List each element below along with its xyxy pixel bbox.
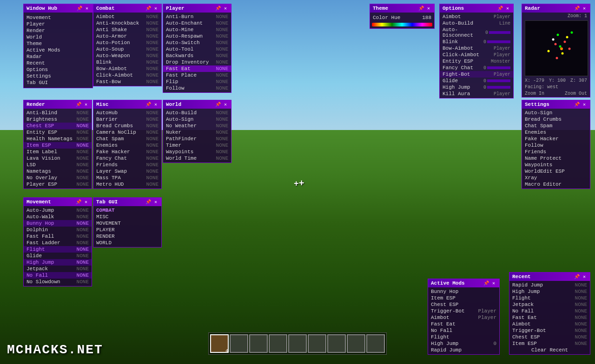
mod-flight[interactable]: Flight <box>428 334 499 340</box>
hotbar-slot-8[interactable] <box>347 334 365 353</box>
world-waypoints[interactable]: WaypointsNONE <box>163 149 231 155</box>
active-mods-pin[interactable]: 📌 <box>483 280 489 286</box>
movement-nofall[interactable]: No FallNONE <box>24 272 92 279</box>
mod-itemesp[interactable]: Item ESP <box>428 295 499 301</box>
settings-header[interactable]: Settings 📌 ✕ <box>522 100 590 109</box>
player-antiburn[interactable]: Anti-BurnNONE <box>163 13 231 20</box>
hub-item-world[interactable]: World <box>24 34 93 40</box>
movement-dolphin[interactable]: DolphinNONE <box>24 227 92 233</box>
render-brightness[interactable]: BrightnessNONE <box>24 116 92 123</box>
hotbar-slot-9[interactable] <box>366 334 385 353</box>
world-pin[interactable]: 📌 <box>215 102 221 107</box>
combat-autopotion[interactable]: Auto-PotionNONE <box>93 39 161 46</box>
tabgui-world[interactable]: WORLD <box>93 240 161 246</box>
options-highjump[interactable]: High Jump0 <box>440 84 513 91</box>
tabgui-combat[interactable]: COMBAT <box>93 207 161 214</box>
radar-header[interactable]: Radar 📌 ✕ <box>522 4 590 13</box>
hub-item-settings[interactable]: Settings <box>24 73 93 79</box>
recent-nofall[interactable]: No FallNONE <box>509 308 590 314</box>
player-backwards[interactable]: BackwardsNONE <box>163 52 231 59</box>
theme-close[interactable]: ✕ <box>426 6 431 11</box>
world-noweather[interactable]: No WeatherNONE <box>163 123 231 129</box>
combat-antishake[interactable]: Anti ShakeNONE <box>93 26 161 33</box>
recent-chestesp[interactable]: Chest ESPNONE <box>509 334 590 340</box>
combat-blink[interactable]: BlinkNONE <box>93 59 161 65</box>
options-clickaimbot[interactable]: Click-AimbotPlayer <box>440 52 513 58</box>
active-mods-close[interactable]: ✕ <box>491 280 496 286</box>
combat-autoarmor[interactable]: Auto-ArmorNONE <box>93 33 161 39</box>
combat-antiknockback[interactable]: Anti-KnockbackNONE <box>93 20 161 26</box>
hub-item-theme[interactable]: Theme <box>24 40 93 47</box>
recent-highjump[interactable]: High JumpNONE <box>509 288 590 295</box>
movement-noslowdown[interactable]: No SlowdownNONE <box>24 279 92 285</box>
tabgui-movement[interactable]: MOVEMENT <box>93 220 161 227</box>
recent-rapidjump[interactable]: Rapid JumpNONE <box>509 282 590 288</box>
settings-chatspam[interactable]: Chat Spam <box>522 123 590 129</box>
settings-autosign[interactable]: Auto-Sign <box>522 110 590 116</box>
mod-highjump[interactable]: High Jump0 <box>428 340 499 347</box>
render-itemlabel[interactable]: Item LabelNONE <box>24 149 92 155</box>
combat-autoweapon[interactable]: Auto-WeaponNONE <box>93 52 161 59</box>
window-hub-close[interactable]: ✕ <box>84 6 90 11</box>
player-autoswitch[interactable]: Auto-SwitchNONE <box>163 39 231 46</box>
options-pin[interactable]: 📌 <box>497 6 503 11</box>
misc-fancychat[interactable]: Fancy ChatNONE <box>93 155 161 162</box>
player-header[interactable]: Player 📌 ✕ <box>163 4 231 13</box>
player-dropinventory[interactable]: Drop InventoryNONE <box>163 59 231 65</box>
recent-itemesp[interactable]: Item ESPNONE <box>509 340 590 347</box>
misc-close[interactable]: ✕ <box>153 102 159 107</box>
movement-bunnyhop[interactable]: Bunny HopNONE <box>24 220 92 227</box>
hub-item-active-mods[interactable]: Active Mods <box>24 47 93 53</box>
hub-item-player[interactable]: Player <box>24 21 93 27</box>
render-playeresp[interactable]: Player ESPNONE <box>24 181 92 188</box>
player-fasteat[interactable]: Fast EatNONE <box>163 65 231 72</box>
recent-fasteat[interactable]: Fast EatNONE <box>509 314 590 321</box>
combat-clickaimbot[interactable]: Click-AimbotNONE <box>93 72 161 78</box>
settings-fakehacker[interactable]: Fake Hacker <box>522 136 590 142</box>
settings-waypoints[interactable]: Waypoints <box>522 162 590 168</box>
hub-item-radar[interactable]: Radar <box>24 53 93 60</box>
misc-breadcrumbs[interactable]: Bread CrumbsNONE <box>93 123 161 129</box>
settings-worldeditesp[interactable]: WorldEdit ESP <box>522 168 590 175</box>
hub-item-render[interactable]: Render <box>24 27 93 34</box>
render-lsd[interactable]: LSDNONE <box>24 162 92 168</box>
tabgui-render[interactable]: RENDER <box>93 233 161 240</box>
tabgui-player[interactable]: PLAYER <box>93 227 161 233</box>
settings-friends[interactable]: Friends <box>522 149 590 155</box>
render-chestesp[interactable]: Chest ESPNONE <box>24 123 92 129</box>
render-header[interactable]: Render 📌 ✕ <box>24 100 92 109</box>
recent-close[interactable]: ✕ <box>582 274 587 280</box>
player-fastplace[interactable]: Fast PlaceNONE <box>163 72 231 78</box>
world-close[interactable]: ✕ <box>223 102 228 107</box>
movement-flight[interactable]: FlightNONE <box>24 246 92 253</box>
options-close[interactable]: ✕ <box>505 6 510 11</box>
combat-close[interactable]: ✕ <box>153 6 159 11</box>
hub-item-options[interactable]: Options <box>24 66 93 73</box>
radar-close[interactable]: ✕ <box>582 6 587 11</box>
movement-fastladder[interactable]: Fast LadderNONE <box>24 240 92 246</box>
movement-header[interactable]: Movement 📌 ✕ <box>24 198 92 206</box>
world-pathfinder[interactable]: PathFinderNONE <box>163 136 231 142</box>
options-autobuild[interactable]: Auto-BuildLine <box>440 20 513 26</box>
tabgui-pin[interactable]: 📌 <box>145 199 151 205</box>
render-pin[interactable]: 📌 <box>76 102 81 107</box>
player-flip[interactable]: FlipNONE <box>163 78 231 85</box>
world-autosign[interactable]: Auto-SignNONE <box>163 116 231 123</box>
movement-fastfall[interactable]: Fast FallNONE <box>24 233 92 240</box>
world-timer[interactable]: TimerNONE <box>163 142 231 149</box>
hotbar-slot-6[interactable] <box>308 334 326 353</box>
world-nuker[interactable]: NukerNONE <box>163 129 231 136</box>
hotbar-slot-5[interactable] <box>288 334 307 353</box>
misc-masstpa[interactable]: Mass TPANONE <box>93 175 161 181</box>
recent-header[interactable]: Recent 📌 ✕ <box>509 273 590 281</box>
window-hub-pin[interactable]: 📌 <box>77 6 82 11</box>
radar-pin[interactable]: 📌 <box>574 6 580 11</box>
settings-macroeditor[interactable]: Macro Editor <box>522 181 590 188</box>
options-header[interactable]: Options 📌 ✕ <box>440 4 513 13</box>
render-close[interactable]: ✕ <box>83 102 89 107</box>
render-nooverlay[interactable]: No OverlayNONE <box>24 175 92 181</box>
window-hub-header[interactable]: Window Hub 📌 ✕ <box>24 4 93 13</box>
misc-fakehacker[interactable]: Fake HackerNONE <box>93 149 161 155</box>
recent-aimbot[interactable]: AimbotNONE <box>509 321 590 327</box>
combat-bowaimbot[interactable]: Bow-AimbotNONE <box>93 65 161 72</box>
